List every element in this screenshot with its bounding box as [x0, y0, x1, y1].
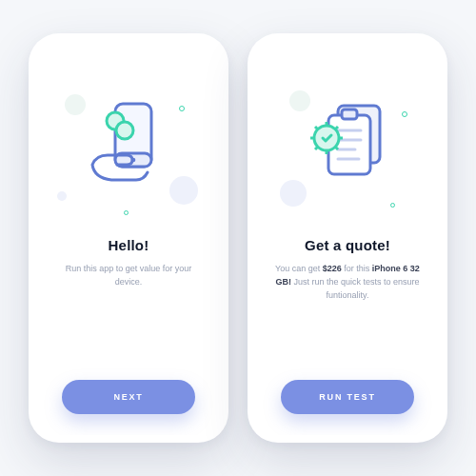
svg-line-17 — [315, 127, 318, 129]
screen-hello: Hello! Run this app to get value for you… — [36, 41, 221, 435]
screen-subtitle: You can get $226 for this iPhone 6 32 GB… — [272, 263, 423, 303]
deco-dot — [402, 111, 407, 117]
run-test-button[interactable]: RUN TEST — [281, 380, 414, 414]
run-test-button-label: RUN TEST — [319, 392, 375, 402]
next-button-label: NEXT — [113, 392, 143, 402]
screen-title: Get a quote! — [305, 237, 390, 253]
subtitle-price: $226 — [323, 264, 342, 273]
deco-dot — [179, 106, 185, 111]
screen-subtitle: Run this app to get value for your devic… — [53, 263, 204, 289]
deco-dot — [390, 203, 395, 208]
deco-dot — [124, 210, 129, 215]
phone-mockup-2: Get a quote! You can get $226 for this i… — [248, 33, 447, 443]
hello-illustration — [57, 89, 200, 212]
subtitle-text: You can get — [275, 264, 323, 273]
phone-coins-hand-icon — [81, 98, 176, 193]
svg-line-20 — [335, 147, 338, 149]
screen-title: Hello! — [109, 237, 149, 253]
svg-rect-7 — [342, 109, 357, 119]
svg-point-4 — [116, 122, 133, 139]
subtitle-text: for this — [342, 264, 372, 273]
deco-dot — [57, 191, 67, 201]
phone-mockup-1: Hello! Run this app to get value for you… — [29, 33, 228, 443]
svg-line-18 — [335, 127, 338, 129]
next-button[interactable]: NEXT — [62, 380, 195, 414]
clipboard-gear-icon — [300, 96, 395, 191]
subtitle-text: Just run the quick tests to ensure funti… — [291, 277, 420, 300]
screen-quote: Get a quote! You can get $226 for this i… — [255, 41, 440, 435]
svg-line-19 — [315, 147, 318, 149]
quote-illustration — [276, 89, 419, 212]
